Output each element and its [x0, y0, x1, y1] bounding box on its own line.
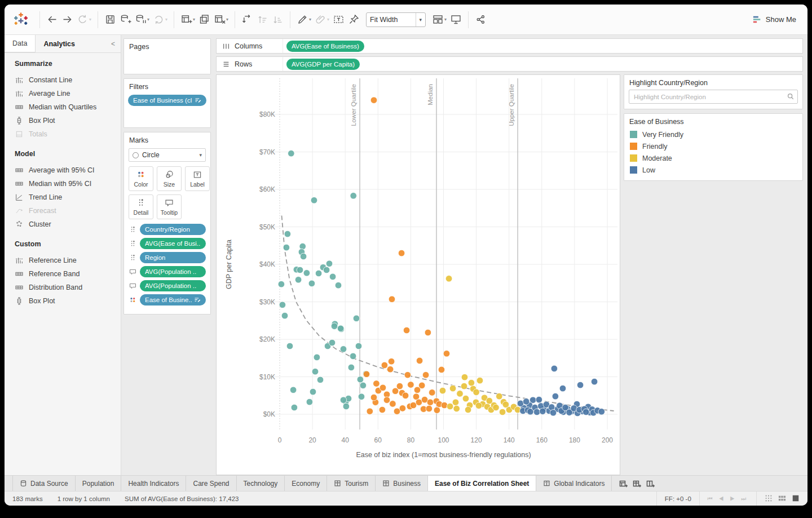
scatter-point[interactable]: [493, 404, 500, 411]
scatter-point[interactable]: [284, 231, 291, 237]
scatter-point[interactable]: [297, 267, 303, 273]
scatter-point[interactable]: [383, 397, 390, 404]
scatter-point[interactable]: [499, 409, 506, 415]
filmstrip-view-icon[interactable]: [778, 494, 786, 503]
scatter-point[interactable]: [476, 377, 483, 384]
scatter-point[interactable]: [457, 391, 464, 397]
pill-country-region[interactable]: Country/Region: [140, 224, 206, 235]
analytics-item-median-with-quartiles[interactable]: Median with Quartiles: [15, 100, 121, 114]
scatter-point[interactable]: [335, 282, 342, 289]
scatter-point[interactable]: [343, 403, 350, 410]
scatter-point[interactable]: [427, 399, 434, 406]
color-button[interactable]: Color: [129, 166, 153, 191]
scatter-point[interactable]: [358, 393, 365, 400]
scatter-point[interactable]: [445, 276, 452, 282]
scatter-point[interactable]: [370, 97, 377, 104]
sheet-tab-global-indicators[interactable]: Global Indicators: [536, 476, 612, 491]
scatter-point[interactable]: [340, 397, 347, 404]
scatter-point[interactable]: [533, 409, 540, 415]
scatter-point[interactable]: [303, 270, 310, 277]
scatter-point[interactable]: [326, 260, 333, 267]
scatter-point[interactable]: [551, 365, 558, 372]
scatter-point[interactable]: [398, 250, 405, 256]
scatter-point[interactable]: [329, 339, 336, 346]
highlight-button[interactable]: ▾: [295, 11, 313, 28]
scatter-point[interactable]: [416, 357, 423, 364]
scatter-point[interactable]: [438, 366, 445, 373]
sheet-tab-business[interactable]: Business: [376, 476, 428, 491]
rows-shelf[interactable]: Rows AVG(GDP per Capita): [216, 56, 803, 72]
pill-ease-of-business-cl[interactable]: Ease of Business (cl..: [128, 95, 206, 106]
scatter-point[interactable]: [331, 323, 338, 330]
clear-sheet-button[interactable]: ▾: [212, 11, 230, 28]
show-tabs-view-icon[interactable]: [765, 494, 773, 503]
tab-data[interactable]: Data: [5, 35, 36, 52]
analytics-item-box-plot[interactable]: Box Plot: [15, 294, 121, 308]
new-worksheet-button[interactable]: ▾: [179, 11, 197, 28]
scatter-point[interactable]: [422, 371, 429, 378]
sheet-tab-care-spend[interactable]: Care Spend: [186, 476, 236, 491]
scatter-point[interactable]: [329, 273, 336, 280]
scatter-point[interactable]: [550, 410, 557, 417]
scatter-point[interactable]: [389, 296, 395, 303]
scatter-point[interactable]: [536, 396, 542, 403]
scatter-point[interactable]: [465, 406, 471, 413]
sheet-tab-data-source[interactable]: Data Source: [12, 476, 76, 491]
forward-button[interactable]: [60, 11, 75, 28]
scatter-point[interactable]: [355, 343, 362, 349]
scatter-point[interactable]: [279, 302, 286, 308]
fullsize-view-icon[interactable]: [792, 494, 800, 503]
collapse-pane-icon[interactable]: <: [105, 40, 121, 48]
scatter-point[interactable]: [306, 399, 313, 405]
scatter-point[interactable]: [452, 399, 459, 406]
scatter-point[interactable]: [370, 394, 377, 401]
scatter-point[interactable]: [461, 374, 468, 380]
scatter-point[interactable]: [300, 253, 307, 260]
tooltip-button[interactable]: Tooltip: [157, 194, 182, 219]
pill-region[interactable]: Region: [140, 252, 206, 263]
show-me-button[interactable]: Show Me: [749, 13, 800, 26]
scatter-point[interactable]: [468, 379, 475, 386]
scatter-point[interactable]: [577, 382, 584, 388]
scatter-point[interactable]: [582, 409, 589, 415]
analytics-item-average-line[interactable]: Average Line: [15, 87, 121, 100]
save-button[interactable]: [103, 11, 118, 28]
scatter-point[interactable]: [403, 327, 410, 334]
pin-button[interactable]: [346, 11, 361, 28]
scatter-point[interactable]: [348, 364, 355, 371]
analytics-item-reference-line[interactable]: Reference Line: [15, 254, 121, 267]
tableau-logo[interactable]: [12, 11, 29, 28]
scatter-point[interactable]: [439, 387, 446, 394]
scatter-point[interactable]: [496, 393, 503, 400]
sheet-tab-tourism[interactable]: Tourism: [327, 476, 376, 491]
sheet-tab-economy[interactable]: Economy: [285, 476, 327, 491]
scatter-point[interactable]: [475, 402, 482, 409]
back-button[interactable]: [45, 11, 60, 28]
label-button[interactable]: Label: [185, 166, 210, 191]
scatter-point[interactable]: [540, 408, 546, 415]
analytics-item-constant-line[interactable]: Constant Line: [15, 73, 121, 87]
scatter-point[interactable]: [308, 280, 315, 287]
scatter-point[interactable]: [414, 387, 421, 393]
scatter-point[interactable]: [278, 281, 285, 287]
scatter-point[interactable]: [337, 325, 344, 332]
scatter-point[interactable]: [387, 366, 394, 373]
mark-type-dropdown[interactable]: Circle ▾: [129, 148, 206, 162]
scatter-point[interactable]: [312, 368, 319, 375]
new-dashboard-button[interactable]: [631, 478, 642, 489]
trend-line[interactable]: [282, 216, 614, 411]
pill-avg-population[interactable]: AVG(Population ..: [140, 280, 206, 291]
scatter-point[interactable]: [559, 385, 566, 392]
sheet-nav-arrows[interactable]: ⏮ ◀ ▶ ⏭: [699, 492, 756, 506]
scatter-point[interactable]: [552, 393, 559, 400]
scatter-point[interactable]: [373, 380, 380, 387]
share-button[interactable]: [473, 11, 488, 28]
tab-analytics[interactable]: Analytics: [36, 37, 83, 51]
scatter-point[interactable]: [299, 243, 306, 250]
scatter-point[interactable]: [291, 404, 298, 411]
filters-shelf[interactable]: Filters Ease of Business (cl..: [123, 78, 211, 128]
analytics-item-reference-band[interactable]: Reference Band: [15, 267, 121, 281]
legend-item-friendly[interactable]: Friendly: [624, 140, 802, 152]
analytics-item-average-with-95-ci[interactable]: Average with 95% CI: [15, 163, 121, 177]
sheet-tab-health-indicators[interactable]: Health Indicators: [121, 476, 186, 491]
